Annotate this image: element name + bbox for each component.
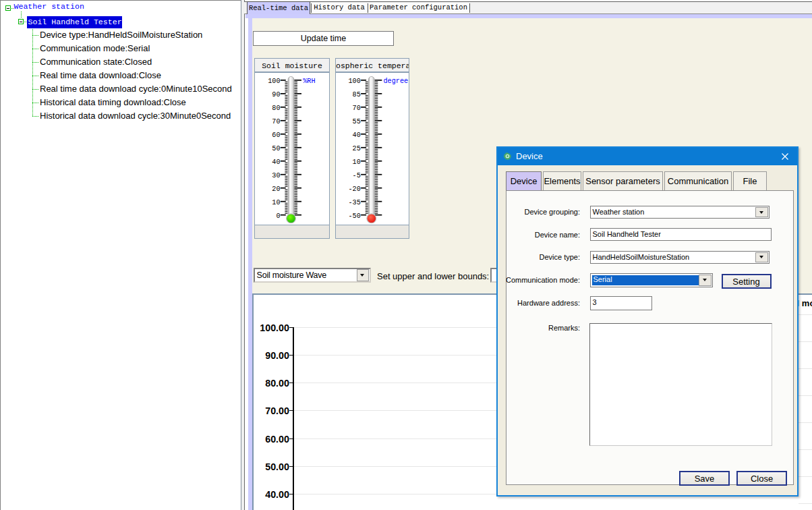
svg-text:30: 30 <box>272 172 280 179</box>
svg-text:degree: degree <box>384 78 409 85</box>
svg-text:100: 100 <box>268 78 280 85</box>
svg-text:%RH: %RH <box>303 78 315 85</box>
svg-text:40: 40 <box>353 132 361 139</box>
svg-text:25: 25 <box>353 145 361 152</box>
svg-text:70: 70 <box>272 118 280 125</box>
svg-text:55: 55 <box>353 118 361 125</box>
svg-text:40: 40 <box>272 159 280 166</box>
svg-text:-50: -50 <box>348 213 360 220</box>
svg-text:85: 85 <box>353 91 361 98</box>
svg-text:10: 10 <box>353 159 361 166</box>
svg-text:-5: -5 <box>353 172 361 179</box>
svg-text:20: 20 <box>272 186 280 193</box>
svg-text:90: 90 <box>272 91 280 98</box>
svg-text:70: 70 <box>353 105 361 112</box>
svg-text:10: 10 <box>272 199 280 206</box>
svg-text:0: 0 <box>276 213 280 220</box>
svg-text:80: 80 <box>272 105 280 112</box>
svg-text:60: 60 <box>272 132 280 139</box>
svg-text:-35: -35 <box>348 199 360 206</box>
svg-text:-20: -20 <box>348 186 360 193</box>
svg-text:50: 50 <box>272 145 280 152</box>
svg-text:100: 100 <box>348 78 360 85</box>
